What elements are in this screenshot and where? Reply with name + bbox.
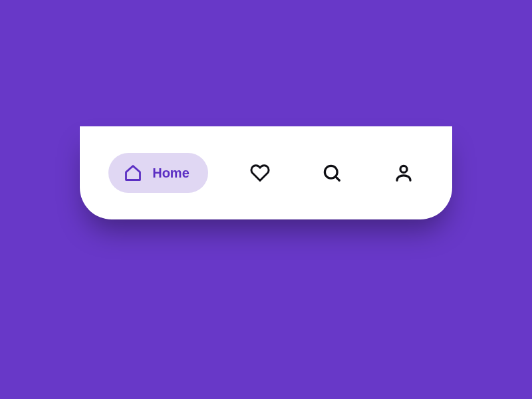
user-icon	[394, 163, 414, 183]
nav-item-search[interactable]	[312, 153, 352, 193]
search-icon	[322, 163, 342, 183]
nav-item-home[interactable]: Home	[108, 153, 208, 193]
nav-item-favorites[interactable]	[240, 153, 280, 193]
nav-item-profile[interactable]	[384, 153, 424, 193]
home-icon	[123, 163, 143, 183]
svg-point-2	[400, 166, 407, 172]
svg-line-1	[335, 177, 339, 181]
heart-icon	[250, 163, 270, 183]
nav-item-label: Home	[152, 166, 190, 181]
bottom-nav-bar: Home	[80, 126, 452, 219]
